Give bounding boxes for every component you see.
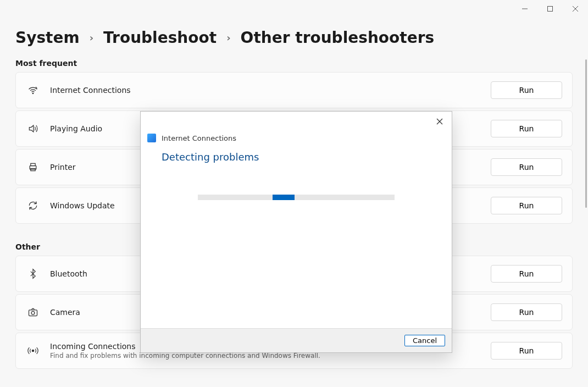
page-title: Other troubleshooters (241, 29, 435, 47)
chevron-right-icon: › (90, 32, 93, 43)
antenna-icon (26, 345, 40, 356)
minimize-button[interactable] (512, 0, 537, 18)
wifi-icon (26, 85, 40, 96)
svg-rect-6 (31, 163, 35, 165)
svg-point-4 (32, 93, 34, 94)
troubleshooter-dialog: Internet Connections Detecting problems … (140, 111, 452, 353)
maximize-button[interactable] (537, 0, 563, 18)
run-button[interactable]: Run (491, 342, 562, 360)
breadcrumb-troubleshoot[interactable]: Troubleshoot (103, 29, 217, 47)
dialog-body (141, 170, 452, 328)
troubleshooter-row-internet: Internet Connections Run (15, 72, 573, 108)
refresh-icon (26, 200, 40, 211)
section-heading-most-frequent: Most frequent (15, 59, 573, 68)
run-button[interactable]: Run (491, 120, 562, 137)
breadcrumb: System › Troubleshoot › Other troublesho… (15, 29, 573, 47)
cancel-button[interactable]: Cancel (404, 335, 445, 346)
camera-icon (26, 307, 40, 318)
run-button[interactable]: Run (491, 81, 562, 99)
svg-rect-8 (29, 310, 37, 316)
run-button[interactable]: Run (491, 158, 562, 176)
run-button[interactable]: Run (491, 265, 562, 283)
dialog-title: Detecting problems (141, 147, 452, 170)
progress-bar (198, 195, 395, 200)
chevron-right-icon: › (226, 32, 230, 43)
close-button[interactable] (563, 0, 588, 18)
troubleshooter-title: Internet Connections (50, 86, 491, 95)
troubleshooter-app-icon (147, 134, 156, 142)
svg-point-10 (32, 350, 34, 351)
dialog-footer: Cancel (141, 328, 452, 352)
scrollbar-thumb[interactable] (585, 59, 587, 208)
dialog-header: Internet Connections (141, 112, 452, 147)
svg-point-9 (31, 311, 35, 314)
dialog-close-button[interactable] (431, 115, 448, 128)
run-button[interactable]: Run (491, 303, 562, 321)
breadcrumb-system[interactable]: System (15, 29, 80, 47)
run-button[interactable]: Run (491, 197, 562, 214)
window-controls (512, 0, 588, 18)
dialog-header-text: Internet Connections (162, 134, 236, 142)
printer-icon (26, 162, 40, 173)
bluetooth-icon (26, 268, 40, 279)
speaker-icon (26, 123, 40, 134)
troubleshooter-subtitle: Find and fix problems with incoming comp… (50, 352, 491, 360)
progress-chunk (273, 195, 295, 200)
svg-rect-1 (548, 7, 553, 12)
